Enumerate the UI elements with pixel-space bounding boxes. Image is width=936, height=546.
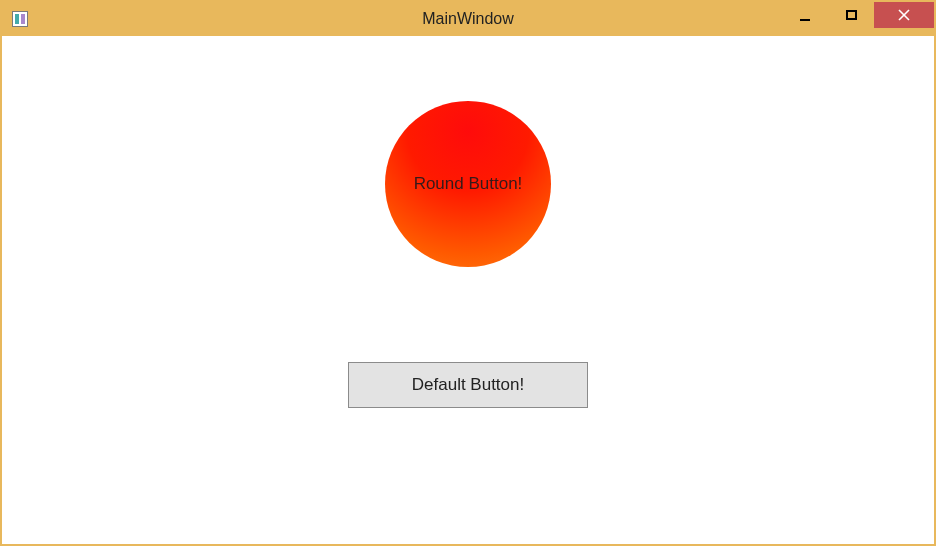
minimize-icon [800,19,810,21]
titlebar[interactable]: MainWindow [2,2,934,36]
window-controls [782,2,934,30]
round-button[interactable]: Round Button! [385,101,551,267]
client-area: Round Button! Default Button! [2,36,934,544]
close-icon [898,9,910,21]
minimize-button[interactable] [782,2,828,28]
default-button[interactable]: Default Button! [348,362,588,408]
default-button-label: Default Button! [412,375,524,394]
window-chrome: MainWindow Round Button! Default Button! [0,0,936,546]
maximize-button[interactable] [828,2,874,28]
app-icon [12,11,28,27]
close-button[interactable] [874,2,934,28]
round-button-label: Round Button! [414,174,523,194]
maximize-icon [846,10,857,20]
